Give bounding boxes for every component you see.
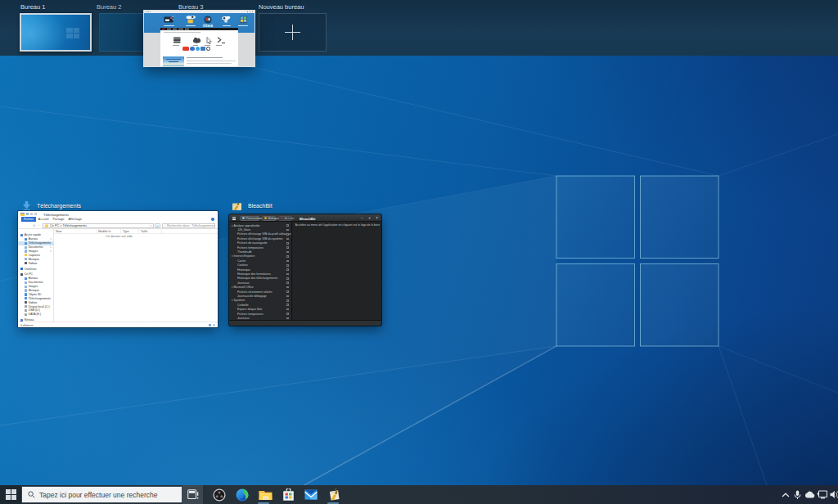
tray-microphone-icon[interactable] xyxy=(791,485,804,504)
cleaner-checkbox[interactable] xyxy=(286,277,289,280)
taskbar-app-bleachbit[interactable] xyxy=(322,485,345,504)
running-indicator xyxy=(258,502,269,503)
chevron-down-icon[interactable]: ∨ xyxy=(50,245,52,249)
preview-button[interactable]: Prévisualiser xyxy=(240,216,259,221)
refresh-button[interactable]: ⟳ xyxy=(155,223,160,228)
expander-icon[interactable]: ▾ xyxy=(232,254,233,258)
bleachbit-headerbar: Prévisualiser Nettoyer Annuler BleachBit… xyxy=(229,214,381,222)
cloud-folder-icon xyxy=(186,16,196,24)
taskbar-search-box[interactable]: Tapez ici pour effectuer une recherche xyxy=(21,486,182,503)
cleaner-checkbox[interactable] xyxy=(286,264,289,267)
chevron-down-icon[interactable]: ∨ xyxy=(50,250,52,253)
clean-button[interactable]: Nettoyer xyxy=(262,216,276,221)
cleaner-checkbox[interactable] xyxy=(286,233,289,236)
file-explorer-icon xyxy=(259,489,273,501)
desktop-thumbnail-bureau-1[interactable] xyxy=(20,13,92,52)
cleaner-checkbox[interactable] xyxy=(286,224,289,227)
cleaner-checkbox[interactable] xyxy=(286,290,289,293)
cleaner-checkbox[interactable] xyxy=(286,281,289,284)
address-dropdown-icon[interactable]: ∨ xyxy=(150,224,151,227)
task-view-button[interactable] xyxy=(182,485,203,504)
explorer-nav-arrows[interactable]: ←→∨↑ xyxy=(20,223,40,227)
cleaner-checkbox[interactable] xyxy=(286,255,289,258)
cleaner-checkbox[interactable] xyxy=(286,313,289,315)
nav-item-icon xyxy=(25,297,27,299)
column-header[interactable]: Taille xyxy=(139,229,162,233)
new-desktop-button[interactable] xyxy=(259,13,327,52)
taskbar-app-file-explorer[interactable] xyxy=(254,485,277,504)
expander-icon[interactable]: ▾ xyxy=(232,224,233,227)
cleaner-checkbox[interactable] xyxy=(286,260,289,263)
view-toggle-icons[interactable] xyxy=(209,324,216,327)
empty-folder-text: Ce dossier est vide. xyxy=(54,235,185,238)
bleachbit-thumb-header[interactable]: BleachBit xyxy=(232,200,273,211)
column-header[interactable]: Type xyxy=(121,229,139,233)
explorer-window-thumbnail[interactable]: Téléchargements Fichier AccueilPartageAf… xyxy=(18,211,218,327)
explorer-thumb-header[interactable]: Téléchargements xyxy=(22,200,81,211)
cleaner-checkbox[interactable] xyxy=(286,238,289,241)
running-indicator xyxy=(327,502,339,503)
linkedin-icon xyxy=(200,47,205,52)
tray-chevron-up-icon[interactable] xyxy=(779,485,791,504)
nav-item-label: USB (D:) xyxy=(29,308,40,312)
cleaner-checkbox[interactable] xyxy=(286,299,289,302)
site-logo-icon xyxy=(204,16,212,24)
column-header[interactable]: Modifié le xyxy=(97,229,121,233)
explorer-quick-access-toolbar xyxy=(20,213,37,216)
nav-item-icon xyxy=(25,301,27,304)
cleaner-label: Fichiers récemment utilisés xyxy=(237,290,272,294)
desktop-label-bureau-1: Bureau 1 xyxy=(20,3,45,11)
maximize-button[interactable]: + xyxy=(368,216,371,220)
cleaner-checkbox[interactable] xyxy=(286,268,289,271)
tray-onedrive-icon[interactable] xyxy=(804,485,816,504)
bleachbit-detail-pane: Accédez au menu de l'application en cliq… xyxy=(293,222,382,320)
close-button[interactable]: × xyxy=(376,216,378,220)
navbar-menu-item xyxy=(162,29,165,29)
minimize-button[interactable]: − xyxy=(361,216,363,220)
cleaner-checkbox[interactable] xyxy=(286,308,289,311)
cleaner-label: Journaux de débogage xyxy=(237,295,267,298)
explorer-address-bar[interactable]: Ce PC > Téléchargements ∨ xyxy=(43,223,154,228)
cleaner-checkbox[interactable] xyxy=(286,286,289,289)
obs-studio-icon xyxy=(213,488,226,502)
abort-button[interactable]: Annuler xyxy=(278,216,292,221)
chevron-down-icon[interactable]: ∨ xyxy=(50,241,52,245)
taskbar-app-edge[interactable] xyxy=(231,485,254,504)
windows-logo xyxy=(556,176,719,346)
ribbon-help-icon[interactable] xyxy=(211,218,214,221)
expander-icon[interactable]: ▾ xyxy=(232,299,233,302)
column-header[interactable]: Nom xyxy=(54,229,97,233)
tray-volume-icon[interactable] xyxy=(828,485,838,504)
chevron-down-icon[interactable]: ∨ xyxy=(50,237,52,241)
nav-item[interactable]: Vidéos ∨ xyxy=(18,261,53,265)
hamburger-icon[interactable] xyxy=(232,217,236,221)
nav-item-icon xyxy=(25,289,27,291)
nav-item[interactable]: OneDrive ∨ xyxy=(18,267,53,271)
explorer-titlebar: Téléchargements xyxy=(18,211,218,217)
cleaner-checkbox[interactable] xyxy=(286,295,289,298)
cleaner-label: Historique des téléchargements xyxy=(237,277,277,280)
nav-item-icon xyxy=(25,246,27,249)
cleaner-checkbox[interactable] xyxy=(286,304,289,306)
expander-icon[interactable]: ▾ xyxy=(232,286,233,289)
start-button[interactable] xyxy=(0,485,21,504)
taskbar-app-store[interactable] xyxy=(277,485,300,504)
category-caption xyxy=(205,45,210,46)
taskbar: Tapez ici pour effectuer une recherche xyxy=(0,485,838,504)
mini-windows-logo xyxy=(66,28,79,38)
cleaner-label: Système xyxy=(234,299,246,302)
bleachbit-window-thumbnail[interactable]: Prévisualiser Nettoyer Annuler BleachBit… xyxy=(229,214,381,326)
cleaner-checkbox[interactable] xyxy=(286,242,289,245)
explorer-search-box[interactable]: Rechercher dans : Téléchargements xyxy=(162,223,215,228)
cleaner-checkbox[interactable] xyxy=(286,229,289,232)
cleaner-checkbox[interactable] xyxy=(286,273,289,276)
cleaner-checkbox[interactable] xyxy=(286,317,289,320)
taskbar-app-mail[interactable] xyxy=(300,485,322,504)
desktop-preview-popup-bureau-3[interactable]: ittea xyxy=(144,11,255,66)
tray-cast-display-icon[interactable] xyxy=(816,485,828,504)
cleaner-checkbox[interactable] xyxy=(286,246,289,249)
nav-item-label: Images xyxy=(29,250,38,253)
cleaner-checkbox[interactable] xyxy=(286,251,289,254)
nav-item[interactable]: DATA (E:) ∨ xyxy=(18,313,53,317)
taskbar-app-obs[interactable] xyxy=(208,485,231,504)
